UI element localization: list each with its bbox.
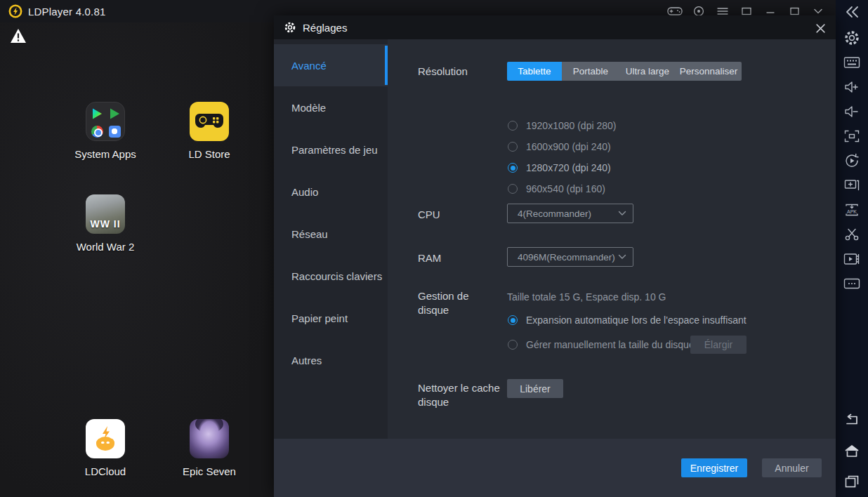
sidebar-item-label: Avancé [291,60,327,72]
radio-icon-checked [508,315,518,325]
radio-label: Gérer manuellement la taille du disque [526,339,695,350]
cpu-value: 4(Recommander) [518,208,618,219]
screenshot-scissors-icon[interactable] [836,222,868,246]
recent-apps-icon[interactable] [836,466,868,497]
dialog-title: Réglages [303,22,347,34]
sidebar-item-parametres-de-jeu[interactable]: Paramètres de jeu [274,128,388,171]
keyboard-mapping-icon[interactable] [836,50,868,74]
sidebar-item-audio[interactable]: Audio [274,171,388,213]
free-cache-button[interactable]: Libérer [507,379,563,398]
radio-label: 960x540 (dpi 160) [526,183,605,194]
ldplayer-logo-icon [8,4,22,18]
radio-label: 1920x1080 (dpi 280) [526,120,616,131]
browser-icon [90,124,104,138]
sidebar-item-modele[interactable]: Modèle [274,86,388,128]
tab-portable[interactable]: Portable [562,62,619,81]
more-ellipsis-icon[interactable] [836,271,868,296]
volume-up-icon[interactable] [836,74,868,99]
radio-icon [508,121,518,131]
resolution-tabs: Tablette Portable Ultra large Personnali… [507,62,742,81]
tab-label: Ultra large [626,66,669,77]
cpu-label: CPU [418,208,440,220]
settings-gear-icon[interactable] [836,25,868,50]
sidebar-item-label: Modèle [291,102,326,114]
ww2-badge: WW II [90,218,120,230]
world-war-2-icon: WW II [86,194,125,234]
resolution-option-960x540[interactable]: 960x540 (dpi 160) [508,183,605,194]
sidebar-item-label: Papier peint [291,312,348,324]
multi-instance-add-icon[interactable] [836,173,868,197]
expand-disk-button[interactable]: Élargir [690,336,747,354]
volume-down-icon[interactable] [836,99,868,124]
collapse-toolbar-icon[interactable] [836,0,868,24]
tab-tablette[interactable]: Tablette [507,62,562,81]
settings-sidebar: Avancé Modèle Paramètres de jeu Audio Ré… [274,39,388,439]
tab-personnaliser[interactable]: Personnaliser [676,62,742,81]
ram-value: 4096M(Recommander) [518,252,618,263]
back-icon[interactable] [836,404,868,435]
tab-label: Tablette [518,66,551,77]
disk-option-manual[interactable]: Gérer manuellement la taille du disque [508,339,695,350]
android-settings-icon [107,124,121,138]
side-toolbar: APK [836,0,868,497]
fullscreen-icon[interactable] [836,124,868,148]
apk-icon-label: APK [847,209,857,214]
apk-install-icon[interactable]: APK [836,197,868,222]
ld-store-icon [190,102,229,141]
sidebar-item-label: Paramètres de jeu [291,144,378,156]
resolution-label: Résolution [418,65,468,77]
desktop: System Apps LD Store WW II Worl [0,22,274,497]
sidebar-item-label: Réseau [291,228,328,240]
ldcloud-icon [86,419,125,458]
button-label: Enregistrer [690,463,738,474]
tab-label: Personnaliser [680,66,738,77]
sidebar-item-raccourcis-claviers[interactable]: Raccourcis claviers [274,255,388,297]
radio-label: Expansion automatique lors de l'espace i… [526,314,747,326]
radio-label: 1280x720 (dpi 240) [526,162,611,173]
app-ldcloud[interactable]: LDCloud [67,419,144,477]
screen-record-icon[interactable] [836,246,868,271]
sync-rotate-icon[interactable] [836,148,868,173]
close-icon[interactable] [812,20,829,37]
sidebar-item-reseau[interactable]: Réseau [274,213,388,255]
clean-cache-label: Nettoyer le cache disque [418,381,506,409]
radio-icon [508,142,518,152]
app-ld-store[interactable]: LD Store [171,102,248,160]
dialog-footer: Enregistrer Annuler [274,439,836,497]
settings-content: Résolution Tablette Portable Ultra large… [388,39,836,439]
tab-ultra-large[interactable]: Ultra large [619,62,676,81]
window-title: LDPlayer 4.0.81 [28,6,106,18]
disk-info: Taille totale 15 G, Espace disp. 10 G [507,291,666,303]
chevron-down-icon [618,211,626,216]
disk-option-auto-expand[interactable]: Expansion automatique lors de l'espace i… [508,314,747,326]
radio-icon-checked [508,163,518,173]
home-icon[interactable] [836,435,868,466]
chevron-down-icon [618,254,626,260]
cancel-button[interactable]: Annuler [762,458,822,477]
dialog-header: Réglages [274,15,836,39]
warning-triangle-icon[interactable] [10,28,27,44]
save-button[interactable]: Enregistrer [681,458,747,477]
resolution-option-1600x900[interactable]: 1600x900 (dpi 240) [508,141,611,152]
play-games-icon [107,107,121,121]
resolution-option-1920x1080[interactable]: 1920x1080 (dpi 280) [508,120,616,131]
app-world-war-2[interactable]: WW II World War 2 [67,194,144,253]
settings-gear-icon [284,21,296,34]
app-epic-seven[interactable]: Epic Seven [171,419,248,477]
app-label: World War 2 [67,241,144,253]
settings-dialog: Réglages Avancé Modèle Paramètres de jeu… [274,15,836,497]
radio-icon [508,184,518,194]
app-label: System Apps [67,148,144,160]
sidebar-item-papier-peint[interactable]: Papier peint [274,297,388,339]
radio-label: 1600x900 (dpi 240) [526,141,611,152]
app-label: LDCloud [67,465,144,477]
ram-dropdown[interactable]: 4096M(Recommander) [507,247,633,267]
sidebar-item-avance[interactable]: Avancé [274,44,388,86]
ram-label: RAM [418,252,441,264]
button-label: Élargir [704,339,732,350]
cpu-dropdown[interactable]: 4(Recommander) [507,204,633,223]
button-label: Annuler [775,463,808,474]
sidebar-item-autres[interactable]: Autres [274,339,388,381]
resolution-option-1280x720[interactable]: 1280x720 (dpi 240) [508,162,611,173]
app-system-apps[interactable]: System Apps [67,102,144,160]
